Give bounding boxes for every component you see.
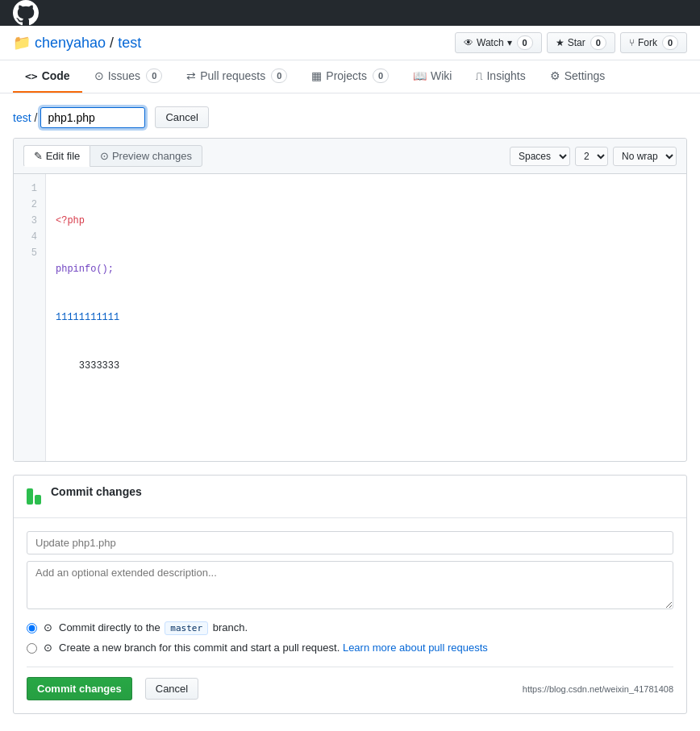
commit-direct-text: Commit directly to the [59, 621, 160, 633]
pr-icon: ⇄ [186, 69, 196, 82]
edit-file-label: Edit file [46, 150, 81, 162]
line-num-2: 2 [14, 197, 45, 213]
code-line-5 [56, 406, 677, 422]
repo-owner-link[interactable]: chenyahao [35, 35, 106, 51]
learn-more-link[interactable]: Learn more about pull requests [343, 642, 488, 654]
repo-separator: / [110, 35, 114, 51]
commit-branch-label: Create a new branch for this commit and … [59, 642, 488, 654]
editor-container: ✎ Edit file ⊙ Preview changes Spaces 2 [13, 138, 687, 462]
line-num-1: 1 [14, 181, 45, 197]
commit-btn-group: Commit changes Cancel [27, 677, 198, 700]
code-line-3: 11111111111 [56, 309, 677, 326]
tab-projects-label: Projects [326, 69, 367, 82]
code-token: 3333333 [56, 360, 119, 372]
footer-url: https://blog.csdn.net/weixin_41781408 [523, 684, 673, 694]
settings-icon: ⚙ [550, 69, 560, 82]
code-token [56, 409, 61, 420]
issues-icon: ⊙ [94, 69, 104, 82]
spaces-select[interactable]: Spaces [510, 147, 570, 166]
tab-wiki[interactable]: 📖 Wiki [401, 60, 464, 93]
commit-form: ⊙ Commit directly to the master branch. … [14, 518, 686, 713]
tab-issues-label: Issues [108, 69, 140, 82]
tab-settings[interactable]: ⚙ Settings [538, 60, 618, 93]
commit-buttons: Commit changes Cancel https://blog.csdn.… [27, 667, 673, 700]
star-button[interactable]: ★ Star 0 [547, 32, 615, 53]
code-line-4: 3333333 [56, 358, 677, 374]
fork-count: 0 [662, 35, 678, 50]
tab-pr-label: Pull requests [200, 69, 265, 82]
breadcrumb-repo-link[interactable]: test [13, 111, 31, 124]
commit-branch-icon: ⊙ [44, 642, 52, 654]
repo-actions: 👁 Watch ▾ 0 ★ Star 0 ⑂ Fork 0 [455, 32, 687, 53]
branch-badge: master [165, 621, 208, 635]
fork-icon: ⑂ [629, 37, 635, 48]
commit-bar-2 [35, 495, 41, 505]
star-label: Star [568, 37, 585, 48]
commit-title: Commit changes [51, 485, 142, 498]
repo-header: 📁 chenyahao / test 👁 Watch ▾ 0 ★ Star 0 … [0, 26, 700, 60]
code-editor[interactable]: <?php phpinfo(); 11111111111 3333333 [46, 174, 686, 461]
breadcrumb-separator: / [35, 111, 38, 124]
code-line-1: <?php [56, 213, 677, 229]
commit-submit-button[interactable]: Commit changes [27, 677, 132, 700]
commit-section: Commit changes ⊙ Commit directly to the … [13, 475, 687, 714]
commit-branch-text: Create a new branch for this commit and … [59, 642, 340, 654]
code-area: 1 2 3 4 5 <?php phpinfo(); 11111111111 3… [14, 174, 686, 461]
commit-branch-option: ⊙ Create a new branch for this commit an… [27, 642, 673, 654]
breadcrumb: test / Cancel [13, 106, 687, 128]
watch-count: 0 [517, 35, 533, 50]
fork-button[interactable]: ⑂ Fork 0 [620, 32, 687, 53]
tab-issues[interactable]: ⊙ Issues 0 [82, 60, 175, 93]
tab-preview-changes[interactable]: ⊙ Preview changes [90, 145, 202, 167]
tab-settings-label: Settings [565, 69, 606, 82]
code-token: phpinfo(); [56, 264, 114, 275]
tab-code[interactable]: <> Code [13, 60, 82, 93]
insights-icon: ⎍ [476, 69, 482, 82]
wrap-select[interactable]: No wrap [613, 147, 677, 166]
commit-direct-radio[interactable] [27, 623, 37, 633]
indent-select[interactable]: 2 [575, 147, 608, 166]
projects-icon: ▦ [311, 69, 322, 82]
commit-bar-1 [27, 488, 33, 505]
preview-icon: ⊙ [100, 150, 109, 162]
nav-tabs: <> Code ⊙ Issues 0 ⇄ Pull requests 0 ▦ P… [0, 60, 700, 93]
tab-insights-label: Insights [486, 69, 525, 82]
watch-button[interactable]: 👁 Watch ▾ 0 [455, 32, 542, 53]
commit-icon-inline: ⊙ [44, 621, 52, 633]
edit-file-icon: ✎ [34, 150, 43, 162]
watch-label: Watch [477, 37, 504, 48]
editor-tabs: ✎ Edit file ⊙ Preview changes Spaces 2 [14, 139, 686, 174]
star-count: 0 [590, 35, 606, 50]
commit-summary-input[interactable] [27, 531, 673, 554]
commit-direct-option: ⊙ Commit directly to the master branch. [27, 621, 673, 635]
tab-edit-file[interactable]: ✎ Edit file [23, 145, 90, 167]
editor-options: Spaces 2 No wrap [510, 147, 677, 166]
tab-wiki-label: Wiki [431, 69, 452, 82]
content-area: test / Cancel ✎ Edit file ⊙ Preview chan… [0, 93, 700, 727]
tab-code-label: Code [42, 69, 70, 82]
tab-projects[interactable]: ▦ Projects 0 [299, 60, 401, 93]
breadcrumb-cancel-button[interactable]: Cancel [155, 106, 208, 128]
line-num-4: 4 [14, 229, 45, 245]
commit-direct-label: Commit directly to the master branch. [59, 621, 248, 635]
commit-description-textarea[interactable] [27, 561, 673, 609]
watch-dropdown-icon: ▾ [507, 37, 512, 48]
commit-direct-suffix: branch. [213, 621, 248, 633]
repo-name-link[interactable]: test [118, 35, 141, 51]
fork-label: Fork [638, 37, 657, 48]
github-logo-icon [13, 0, 39, 26]
preview-label: Preview changes [112, 150, 192, 162]
line-num-3: 3 [14, 213, 45, 229]
pr-count: 0 [271, 69, 287, 83]
tab-insights[interactable]: ⎍ Insights [464, 60, 537, 93]
code-line-2: phpinfo(); [56, 261, 677, 277]
commit-cancel-button[interactable]: Cancel [145, 678, 198, 700]
editor-tab-group: ✎ Edit file ⊙ Preview changes [23, 145, 202, 167]
tab-pull-requests[interactable]: ⇄ Pull requests 0 [174, 60, 299, 93]
commit-branch-radio[interactable] [27, 643, 37, 654]
star-icon: ★ [556, 37, 565, 48]
commit-icon [27, 488, 41, 505]
filename-input[interactable] [40, 107, 145, 128]
projects-count: 0 [373, 69, 389, 83]
commit-section-header-row: Commit changes [14, 476, 686, 518]
